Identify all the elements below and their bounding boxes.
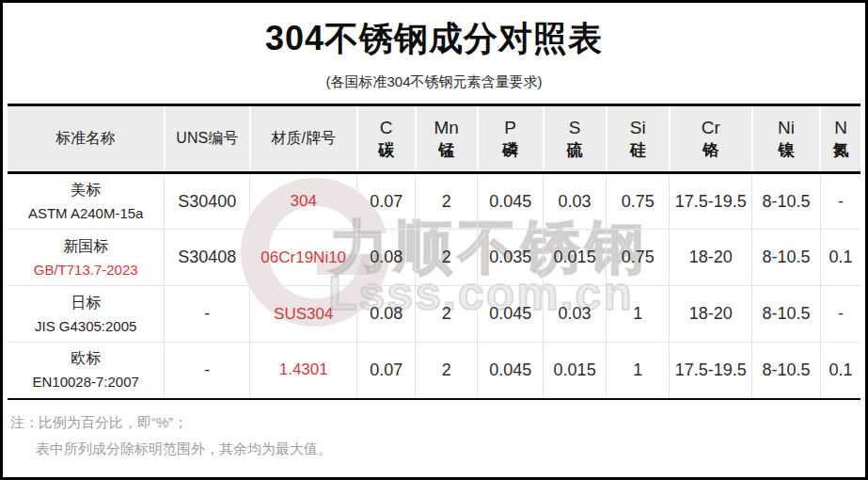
- element-symbol: S: [544, 117, 606, 139]
- value-cell-si: 0.75: [607, 173, 670, 230]
- element-cn: 铬: [671, 139, 751, 162]
- value-cell-s: 0.015: [544, 343, 607, 399]
- col-header-p: P磷: [478, 105, 544, 173]
- element-cn: 氮: [821, 139, 860, 162]
- content: 304不锈钢成分对照表 (各国标准304不锈钢元素含量要求) 标准名称 UNS编…: [3, 3, 865, 462]
- table-row-astm: 美标ASTM A240M-15a S30400 304 0.07 2 0.045…: [8, 173, 860, 230]
- value-cell-n: -: [820, 286, 860, 343]
- value-cell-si: 1: [607, 343, 670, 399]
- note-line: 注：比例为百分比，即“%”；: [10, 409, 865, 436]
- grade-cell: 06Cr19Ni10: [250, 230, 357, 286]
- grade-cell: 304: [250, 173, 357, 230]
- page-title: 304不锈钢成分对照表: [3, 3, 865, 62]
- value-cell-c: 0.07: [357, 343, 416, 399]
- composition-table: 标准名称 UNS编号 材质/牌号 C碳 Mn锰 P磷 S硫 Si硅 Cr铬 Ni…: [8, 104, 860, 400]
- value-cell-cr: 18-20: [670, 230, 752, 286]
- element-symbol: Cr: [671, 117, 751, 139]
- element-symbol: C: [358, 117, 415, 139]
- note-line: 表中所列成分除标明范围外，其余均为最大值。: [10, 436, 865, 462]
- element-symbol: Mn: [417, 117, 477, 139]
- page: 力顺不锈钢 Lsss.com.cn 304不锈钢成分对照表 (各国标准304不锈…: [0, 0, 868, 480]
- value-cell-c: 0.07: [357, 173, 416, 230]
- page-subtitle: (各国标准304不锈钢元素含量要求): [3, 73, 865, 91]
- element-symbol: Si: [608, 117, 669, 139]
- uns-cell: -: [165, 286, 250, 343]
- value-cell-n: 0.1: [820, 230, 860, 286]
- element-symbol: Ni: [753, 117, 820, 139]
- col-header-mn: Mn锰: [416, 105, 478, 173]
- value-cell-ni: 8-10.5: [752, 343, 821, 399]
- col-header-standard-name: 标准名称: [8, 105, 165, 173]
- value-cell-mn: 2: [416, 173, 478, 230]
- value-cell-p: 0.045: [478, 343, 544, 399]
- standard-cell: 新国标GB/T713.7-2023: [8, 230, 165, 286]
- table-row-jis: 日标JIS G4305:2005 - SUS304 0.08 2 0.045 0…: [8, 286, 860, 343]
- value-cell-mn: 2: [416, 286, 478, 343]
- value-cell-p: 0.045: [478, 286, 544, 343]
- standard-name: 日标: [8, 291, 164, 314]
- standard-cell: 欧标EN10028-7:2007: [8, 343, 165, 399]
- value-cell-n: -: [820, 173, 860, 230]
- value-cell-s: 0.03: [544, 286, 607, 343]
- element-cn: 碳: [358, 139, 415, 162]
- value-cell-si: 0.75: [607, 230, 670, 286]
- value-cell-s: 0.03: [544, 173, 607, 230]
- value-cell-si: 1: [607, 286, 670, 343]
- uns-cell: S30408: [165, 230, 250, 286]
- standard-code: EN10028-7:2007: [8, 370, 164, 393]
- element-cn: 锰: [417, 139, 477, 162]
- value-cell-ni: 8-10.5: [752, 286, 821, 343]
- value-cell-p: 0.045: [478, 173, 544, 230]
- value-cell-ni: 8-10.5: [752, 230, 821, 286]
- value-cell-ni: 8-10.5: [752, 173, 821, 230]
- value-cell-s: 0.015: [544, 230, 607, 286]
- standard-cell: 日标JIS G4305:2005: [8, 286, 165, 343]
- value-cell-n: 0.1: [820, 343, 860, 399]
- uns-cell: -: [165, 343, 250, 399]
- element-cn: 硅: [608, 139, 669, 162]
- element-symbol: P: [479, 117, 543, 139]
- footnotes: 注：比例为百分比，即“%”； 表中所列成分除标明范围外，其余均为最大值。: [10, 409, 865, 462]
- value-cell-cr: 17.5-19.5: [670, 343, 752, 399]
- value-cell-mn: 2: [416, 230, 478, 286]
- standard-name: 美标: [8, 178, 164, 201]
- value-cell-cr: 17.5-19.5: [670, 173, 752, 230]
- col-header-si: Si硅: [607, 105, 670, 173]
- header-row: 标准名称 UNS编号 材质/牌号 C碳 Mn锰 P磷 S硫 Si硅 Cr铬 Ni…: [8, 105, 860, 173]
- value-cell-mn: 2: [416, 343, 478, 399]
- element-cn: 镍: [753, 139, 820, 162]
- col-header-c: C碳: [357, 105, 416, 173]
- value-cell-p: 0.035: [478, 230, 544, 286]
- uns-cell: S30400: [165, 173, 250, 230]
- table-row-en: 欧标EN10028-7:2007 - 1.4301 0.07 2 0.045 0…: [8, 343, 860, 399]
- standard-cell: 美标ASTM A240M-15a: [8, 173, 165, 230]
- col-header-s: S硫: [544, 105, 607, 173]
- col-header-cr: Cr铬: [670, 105, 752, 173]
- col-header-n: N氮: [820, 105, 860, 173]
- grade-cell: 1.4301: [250, 343, 357, 399]
- element-cn: 硫: [544, 139, 606, 162]
- element-cn: 磷: [479, 139, 543, 162]
- standard-name: 欧标: [8, 346, 164, 370]
- element-symbol: N: [821, 117, 860, 139]
- standard-name: 新国标: [8, 234, 164, 258]
- table-row-gb: 新国标GB/T713.7-2023 S30408 06Cr19Ni10 0.08…: [8, 230, 860, 286]
- value-cell-c: 0.08: [357, 286, 416, 343]
- col-header-grade: 材质/牌号: [250, 105, 357, 173]
- standard-code: JIS G4305:2005: [8, 314, 164, 338]
- col-header-ni: Ni镍: [752, 105, 821, 173]
- standard-code: GB/T713.7-2023: [8, 258, 164, 281]
- value-cell-cr: 18-20: [670, 286, 752, 343]
- standard-code: ASTM A240M-15a: [8, 201, 164, 225]
- value-cell-c: 0.08: [357, 230, 416, 286]
- grade-cell: SUS304: [250, 286, 357, 343]
- col-header-uns: UNS编号: [165, 105, 250, 173]
